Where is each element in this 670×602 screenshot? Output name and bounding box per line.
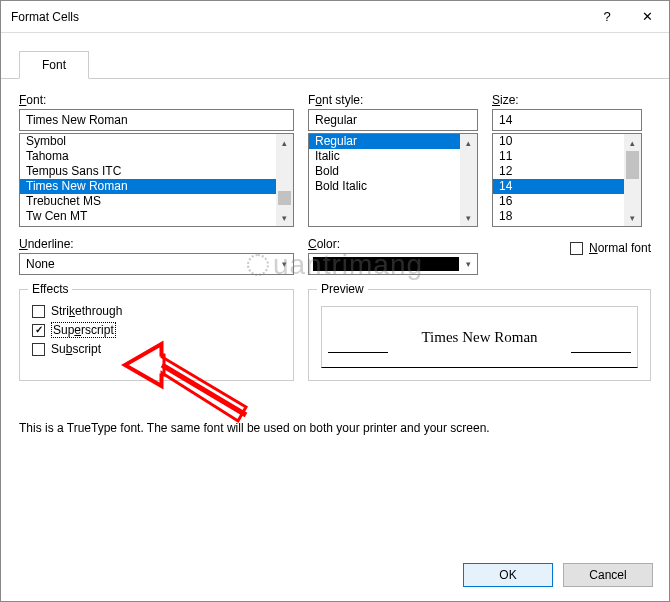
checkbox-icon <box>32 324 45 337</box>
preview-box: Times New Roman <box>321 306 638 368</box>
dialog-buttons: OK Cancel <box>463 563 653 587</box>
font-style-input[interactable] <box>308 109 478 131</box>
preview-legend: Preview <box>317 282 368 296</box>
cancel-button[interactable]: Cancel <box>563 563 653 587</box>
list-item[interactable]: 14 <box>493 179 624 194</box>
checkbox-icon <box>32 305 45 318</box>
scroll-down-icon[interactable]: ▾ <box>624 209 641 226</box>
color-label: Color: <box>308 237 478 251</box>
font-style-listbox[interactable]: Regular Italic Bold Bold Italic ▴ ▾ <box>308 133 478 227</box>
scroll-thumb[interactable] <box>626 151 639 179</box>
font-note: This is a TrueType font. The same font w… <box>19 421 651 435</box>
format-cells-dialog: Format Cells ? ✕ Font Font: Symbol Tahom… <box>0 0 670 602</box>
underline-combo[interactable]: None ▾ <box>19 253 294 275</box>
preview-text: Times New Roman <box>421 329 537 346</box>
scroll-up-icon[interactable]: ▴ <box>460 134 477 151</box>
tab-strip: Font <box>1 33 669 79</box>
scrollbar[interactable]: ▴ ▾ <box>276 134 293 226</box>
scroll-up-icon[interactable]: ▴ <box>624 134 641 151</box>
list-item[interactable]: Times New Roman <box>20 179 276 194</box>
help-button[interactable]: ? <box>587 3 627 31</box>
scrollbar[interactable]: ▴ ▾ <box>460 134 477 226</box>
scroll-thumb[interactable] <box>278 191 291 205</box>
ok-button[interactable]: OK <box>463 563 553 587</box>
list-item[interactable]: Tw Cen MT <box>20 209 276 224</box>
titlebar: Format Cells ? ✕ <box>1 1 669 33</box>
effects-legend: Effects <box>28 282 72 296</box>
scroll-down-icon[interactable]: ▾ <box>276 209 293 226</box>
subscript-checkbox[interactable]: Subscript <box>32 342 281 356</box>
font-input[interactable] <box>19 109 294 131</box>
scroll-up-icon[interactable]: ▴ <box>276 134 293 151</box>
list-item[interactable]: Italic <box>309 149 460 164</box>
size-input[interactable] <box>492 109 642 131</box>
normal-font-checkbox[interactable]: Normal font <box>570 241 651 255</box>
chevron-down-icon: ▾ <box>275 254 293 274</box>
list-item[interactable]: 12 <box>493 164 624 179</box>
list-item[interactable]: 16 <box>493 194 624 209</box>
underline-label: Underline: <box>19 237 294 251</box>
list-item[interactable]: Bold Italic <box>309 179 460 194</box>
size-listbox[interactable]: 10 11 12 14 16 18 ▴ ▾ <box>492 133 642 227</box>
list-item[interactable]: Bold <box>309 164 460 179</box>
color-swatch <box>313 257 459 271</box>
font-label: Font: <box>19 93 294 107</box>
tab-content: Font: Symbol Tahoma Tempus Sans ITC Time… <box>1 79 669 391</box>
strikethrough-checkbox[interactable]: Strikethrough <box>32 304 281 318</box>
list-item[interactable]: 18 <box>493 209 624 224</box>
effects-group: Effects Strikethrough Superscript Subscr… <box>19 289 294 381</box>
list-item[interactable]: 11 <box>493 149 624 164</box>
superscript-checkbox[interactable]: Superscript <box>32 322 281 338</box>
list-item[interactable]: Trebuchet MS <box>20 194 276 209</box>
preview-group: Preview Times New Roman <box>308 289 651 381</box>
color-combo[interactable]: ▾ <box>308 253 478 275</box>
list-item[interactable]: 10 <box>493 134 624 149</box>
font-style-label: Font style: <box>308 93 478 107</box>
list-item[interactable]: Tempus Sans ITC <box>20 164 276 179</box>
list-item[interactable]: Regular <box>309 134 460 149</box>
scrollbar[interactable]: ▴ ▾ <box>624 134 641 226</box>
scroll-down-icon[interactable]: ▾ <box>460 209 477 226</box>
checkbox-icon <box>570 242 583 255</box>
checkbox-icon <box>32 343 45 356</box>
dialog-title: Format Cells <box>11 10 587 24</box>
tab-font[interactable]: Font <box>19 51 89 79</box>
list-item[interactable]: Tahoma <box>20 149 276 164</box>
list-item[interactable]: Symbol <box>20 134 276 149</box>
size-label: Size: <box>492 93 642 107</box>
close-button[interactable]: ✕ <box>627 3 667 31</box>
font-listbox[interactable]: Symbol Tahoma Tempus Sans ITC Times New … <box>19 133 294 227</box>
chevron-down-icon: ▾ <box>459 254 477 274</box>
close-icon: ✕ <box>642 9 653 24</box>
